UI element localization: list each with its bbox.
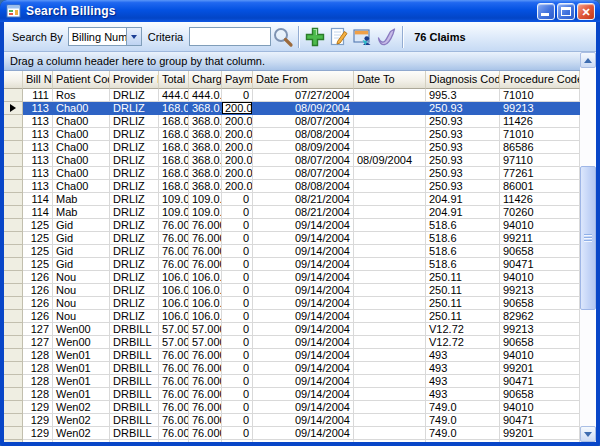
grid-cell[interactable]: 168.0...: [159, 154, 189, 167]
grid-cell[interactable]: [354, 388, 426, 401]
table-row[interactable]: 129Wen02DRBILL76.00...76.0000009/14/2004…: [4, 414, 580, 427]
grid-cell[interactable]: 200.0...: [222, 180, 253, 193]
grid-cell[interactable]: Nou: [53, 271, 110, 284]
grid-cell[interactable]: V12.72: [426, 336, 500, 349]
grid-cell[interactable]: 250.11: [426, 297, 500, 310]
grid-cell[interactable]: Wen02: [53, 414, 110, 427]
grid-cell[interactable]: 94010: [500, 271, 580, 284]
grid-cell[interactable]: 749.0: [426, 427, 500, 440]
grid-cell[interactable]: 518.6: [426, 219, 500, 232]
grid-cell[interactable]: 106.0...: [189, 271, 222, 284]
row-indicator[interactable]: [4, 271, 23, 284]
grid-cell[interactable]: [354, 375, 426, 388]
grid-cell[interactable]: DRBILL: [110, 336, 159, 349]
grid-cell[interactable]: DRLIZ: [110, 89, 159, 102]
row-indicator[interactable]: [4, 414, 23, 427]
grid-cell[interactable]: 76.0000: [189, 414, 222, 427]
grid-cell[interactable]: 09/14/2004: [253, 323, 354, 336]
close-button[interactable]: ✕: [577, 3, 595, 20]
grid-cell[interactable]: 168.0...: [159, 102, 189, 115]
row-indicator[interactable]: [4, 206, 23, 219]
grid-cell[interactable]: 0: [222, 427, 253, 440]
grid-cell[interactable]: Gid: [53, 245, 110, 258]
grid-cell[interactable]: 0: [222, 89, 253, 102]
table-row[interactable]: 126NouDRLIZ106.0...106.0...009/14/200425…: [4, 284, 580, 297]
grid-cell[interactable]: 250.11: [426, 271, 500, 284]
grid-cell[interactable]: 250.93: [426, 115, 500, 128]
grid-cell[interactable]: 250.93: [426, 154, 500, 167]
grid-cell[interactable]: 493: [426, 349, 500, 362]
grid-cell[interactable]: 168.0...: [159, 180, 189, 193]
grid-cell[interactable]: 250.93: [426, 167, 500, 180]
row-indicator[interactable]: [4, 245, 23, 258]
grid-cell[interactable]: Wen01: [53, 349, 110, 362]
grid-cell[interactable]: 113: [23, 141, 53, 154]
table-row[interactable]: 113Cha00DRLIZ168.0...368.0...200.0...08/…: [4, 128, 580, 141]
grid-cell[interactable]: DRLIZ: [110, 284, 159, 297]
grid-cell[interactable]: 106.0...: [159, 271, 189, 284]
grid-cell[interactable]: 09/14/2004: [253, 427, 354, 440]
grid-cell[interactable]: 08/21/2004: [253, 206, 354, 219]
grid-cell[interactable]: 76.0000: [189, 401, 222, 414]
row-indicator[interactable]: [4, 128, 23, 141]
grid-cell[interactable]: DRLIZ: [110, 141, 159, 154]
grid-cell[interactable]: 113: [23, 115, 53, 128]
table-row[interactable]: 126NouDRLIZ106.0...106.0...009/14/200425…: [4, 271, 580, 284]
grid-cell[interactable]: 114: [23, 193, 53, 206]
grid-cell[interactable]: 09/14/2004: [253, 388, 354, 401]
grid-cell[interactable]: [354, 271, 426, 284]
row-indicator[interactable]: [4, 310, 23, 323]
grid-cell[interactable]: 0: [222, 245, 253, 258]
grid-cell[interactable]: Wen01: [53, 362, 110, 375]
grid-cell[interactable]: Cha00: [53, 154, 110, 167]
grid-cell[interactable]: Mab: [53, 206, 110, 219]
grid-cell[interactable]: DRLIZ: [110, 154, 159, 167]
grid-cell[interactable]: [354, 349, 426, 362]
column-header-date_to[interactable]: Date To: [354, 71, 426, 89]
grid-cell[interactable]: 07/27/2004: [253, 89, 354, 102]
table-row[interactable]: 113Cha00DRLIZ168.0...368.0...200.0...08/…: [4, 141, 580, 154]
search-by-dropdown[interactable]: Billing Number: [68, 27, 142, 46]
table-row[interactable]: 125GidDRLIZ76.00...76.0000009/14/2004518…: [4, 232, 580, 245]
grid-cell[interactable]: 113: [23, 180, 53, 193]
column-header-total[interactable]: Total: [159, 71, 189, 89]
grid-cell[interactable]: 71010: [500, 128, 580, 141]
grid-cell[interactable]: Gid: [53, 219, 110, 232]
grid-cell[interactable]: 109.0...: [189, 193, 222, 206]
grid-cell[interactable]: DRLIZ: [110, 245, 159, 258]
grid-cell[interactable]: [354, 310, 426, 323]
grid-cell[interactable]: 09/14/2004: [253, 258, 354, 271]
grid-cell[interactable]: 76.00...: [159, 401, 189, 414]
grid-cell[interactable]: 106.0...: [159, 284, 189, 297]
grid-cell[interactable]: 126: [23, 271, 53, 284]
grid-cell[interactable]: 129: [23, 427, 53, 440]
grid-cell[interactable]: [354, 258, 426, 271]
grid-cell[interactable]: [354, 89, 426, 102]
row-indicator[interactable]: [4, 167, 23, 180]
column-header-bill[interactable]: Bill No.: [23, 71, 53, 89]
grid-cell[interactable]: 86586: [500, 141, 580, 154]
grid-cell[interactable]: 94010: [500, 349, 580, 362]
grid-cell[interactable]: Nou: [53, 297, 110, 310]
grid-cell[interactable]: 250.11: [426, 310, 500, 323]
grid-cell[interactable]: DRBILL: [110, 323, 159, 336]
grid-cell[interactable]: 76.00...: [159, 440, 189, 442]
row-indicator[interactable]: [4, 115, 23, 128]
grid-cell[interactable]: 57.0000: [189, 323, 222, 336]
grid-cell[interactable]: 168.0...: [159, 167, 189, 180]
row-indicator[interactable]: [4, 141, 23, 154]
grid-cell[interactable]: 57.00...: [159, 336, 189, 349]
grid-cell[interactable]: 200.0...: [222, 141, 253, 154]
grid-cell[interactable]: 0: [222, 349, 253, 362]
grid-cell[interactable]: 99211: [500, 232, 580, 245]
grid-cell[interactable]: 76.00...: [159, 362, 189, 375]
grid-cell[interactable]: Cha00: [53, 102, 110, 115]
grid-cell[interactable]: 128: [23, 375, 53, 388]
criteria-input[interactable]: [189, 27, 271, 46]
grid-cell[interactable]: 493: [426, 388, 500, 401]
grid-cell[interactable]: 106.0...: [159, 297, 189, 310]
grid-cell[interactable]: 109.0...: [189, 206, 222, 219]
table-row[interactable]: 114MabDRLIZ109.0...109.0...008/21/200420…: [4, 206, 580, 219]
grid-cell[interactable]: 125: [23, 258, 53, 271]
grid-cell[interactable]: 90658: [500, 297, 580, 310]
